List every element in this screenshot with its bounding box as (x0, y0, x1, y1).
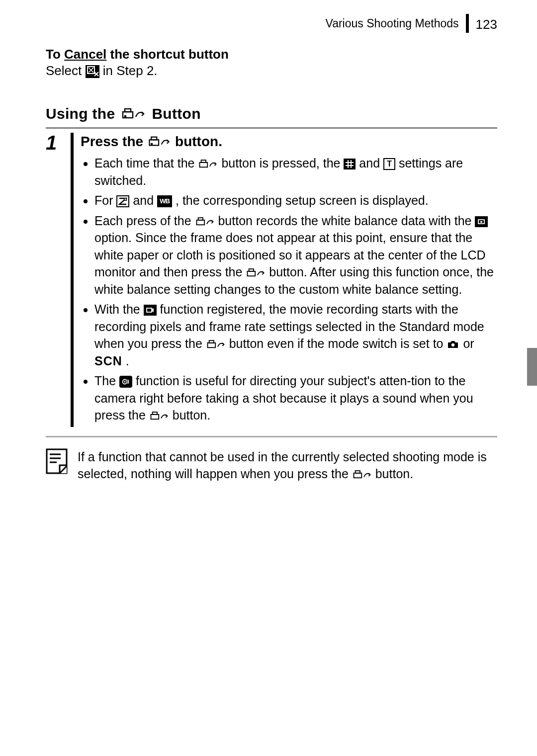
print-share-icon (122, 107, 145, 121)
svg-rect-16 (249, 269, 254, 272)
note-text: If a function that cannot be used in the… (78, 448, 497, 483)
text: or (463, 336, 474, 350)
svg-rect-11 (196, 220, 204, 225)
svg-rect-26 (354, 473, 361, 478)
text: button. (173, 408, 210, 422)
list-item: Each press of the button records the whi… (94, 212, 497, 298)
text: button. (375, 467, 413, 481)
svg-rect-9 (201, 161, 206, 163)
text: Using the (46, 105, 115, 122)
list-item: With the function registered, the movie … (94, 301, 497, 369)
text: button records the white balance data wi… (218, 214, 475, 228)
text-underline: Cancel (64, 47, 106, 62)
text: , the corresponding setup screen is disp… (176, 193, 429, 207)
text: To (46, 47, 64, 62)
print-share-icon (149, 411, 169, 421)
svg-point-4 (125, 116, 126, 117)
svg-rect-17 (147, 308, 152, 312)
step-block: 1 Press the button. Each time that the b… (46, 133, 497, 427)
camera-icon (447, 339, 459, 349)
print-share-icon (195, 216, 215, 227)
svg-rect-18 (207, 343, 215, 347)
custom-wb-icon (475, 216, 488, 227)
section-heading: Using the Button (46, 105, 497, 122)
header-divider (466, 14, 469, 33)
cancel-heading: To Cancel the shortcut button (46, 47, 497, 62)
step-number: 1 (46, 133, 68, 427)
text: Press the (81, 134, 143, 150)
step-divider (71, 133, 74, 427)
svg-rect-12 (198, 218, 202, 220)
section-name: Various Shooting Methods (326, 17, 459, 30)
svg-rect-6 (151, 137, 157, 140)
list-item: The function is useful for directing you… (94, 372, 497, 424)
text: in Step 2. (103, 63, 158, 78)
white-balance-icon: WB (157, 195, 172, 207)
cancel-instruction: Select in Step 2. (46, 63, 497, 79)
step-body: Press the button. Each time that the but… (81, 133, 497, 427)
note-icon (46, 448, 68, 483)
grid-icon (344, 159, 356, 169)
svg-point-20 (451, 343, 454, 346)
text: The (94, 374, 119, 388)
bullet-list: Each time that the button is pressed, th… (81, 155, 497, 424)
movie-icon (144, 305, 157, 316)
text: With the (94, 302, 144, 316)
note-rule (46, 436, 497, 437)
scn-mode-label: SCN (94, 354, 122, 368)
text: For (94, 193, 116, 207)
text: Each time that the (94, 156, 198, 170)
section-rule (46, 127, 497, 129)
text: Button (152, 105, 200, 122)
text: Select (46, 63, 86, 78)
text: the shortcut button (106, 47, 229, 62)
text: button is pressed, the (221, 156, 344, 170)
svg-rect-27 (355, 471, 359, 474)
print-share-icon (198, 159, 218, 169)
svg-rect-15 (248, 271, 256, 276)
text: and (359, 156, 383, 170)
svg-point-22 (124, 381, 125, 383)
text: button. (175, 134, 222, 150)
print-share-icon (246, 267, 266, 278)
list-item: Each time that the button is pressed, th… (94, 155, 497, 189)
sound-icon (119, 376, 132, 388)
svg-rect-3 (125, 109, 131, 112)
print-share-icon (352, 469, 372, 480)
running-header: Various Shooting Methods 123 (46, 17, 497, 33)
teleconverter-icon: T (383, 158, 395, 170)
text: button even if the mode switch is set to (229, 336, 447, 350)
svg-rect-19 (209, 341, 213, 343)
svg-rect-24 (152, 413, 157, 415)
text: and (133, 193, 157, 207)
page-number: 123 (476, 17, 497, 32)
print-share-icon (206, 339, 226, 350)
section-thumb-tab (527, 348, 537, 386)
shortcut-off-icon (86, 65, 99, 78)
manual-page: { "header": {"section": "Various Shootin… (0, 0, 537, 756)
text: . (126, 354, 129, 368)
svg-rect-14 (480, 221, 482, 223)
svg-point-7 (151, 144, 152, 145)
step-title: Press the button. (81, 134, 497, 150)
print-share-icon (148, 135, 170, 148)
text: Each press of the (94, 214, 195, 228)
exposure-comp-icon (116, 195, 129, 207)
text: If a function that cannot be used in the… (78, 450, 487, 481)
svg-rect-23 (151, 415, 159, 419)
svg-rect-8 (200, 163, 208, 167)
list-item: For and WB , the corresponding setup scr… (94, 192, 497, 209)
note-block: If a function that cannot be used in the… (46, 448, 497, 483)
